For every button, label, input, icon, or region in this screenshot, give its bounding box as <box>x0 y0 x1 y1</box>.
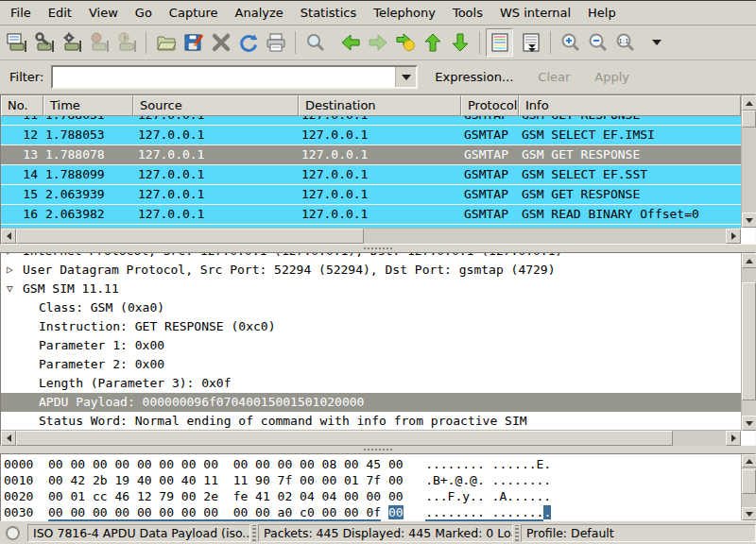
menu-statistics[interactable]: Statistics <box>292 2 365 24</box>
packet-row[interactable]: 14 1.788099 127.0.0.1 127.0.0.1 GSMTAP G… <box>1 165 741 185</box>
print-icon[interactable] <box>262 28 289 57</box>
detail-row-class[interactable]: Class: GSM (0xa0) <box>1 298 741 317</box>
expander-icon[interactable] <box>7 253 20 261</box>
save-file-icon[interactable] <box>180 28 207 57</box>
column-header-destination[interactable]: Destination <box>299 95 461 116</box>
toolbar-overflow-icon[interactable] <box>652 40 662 45</box>
packet-row[interactable]: 15 2.063939 127.0.0.1 127.0.0.1 GSMTAP G… <box>1 185 741 205</box>
packet-row[interactable]: 12 1.788053 127.0.0.1 127.0.0.1 GSMTAP G… <box>1 126 741 145</box>
scroll-down-button[interactable] <box>742 507 756 520</box>
expander-icon[interactable] <box>7 280 20 298</box>
cell-no: 12 <box>1 126 43 144</box>
scroll-up-button[interactable] <box>742 253 756 268</box>
menu-capture[interactable]: Capture <box>161 2 227 24</box>
zoom-out-icon[interactable] <box>584 28 611 57</box>
scroll-left-button[interactable] <box>1 229 16 244</box>
scrollbar-thumb[interactable] <box>16 431 673 446</box>
menu-edit[interactable]: Edit <box>40 2 80 24</box>
detail-row-length[interactable]: Length (Parameter 3): 0x0f <box>1 374 741 393</box>
scroll-up-button[interactable] <box>742 95 756 110</box>
pane-splitter[interactable] <box>0 446 756 453</box>
scroll-down-button[interactable] <box>742 212 756 228</box>
cell-source: 127.0.0.1 <box>133 165 299 184</box>
expander-icon[interactable] <box>7 261 20 280</box>
go-back-icon[interactable] <box>336 28 364 57</box>
arrow-up-icon <box>746 101 753 106</box>
menu-ws-internal[interactable]: WS internal <box>491 2 579 24</box>
colorize-icon[interactable] <box>486 28 513 57</box>
expression-button[interactable]: Expression... <box>427 66 521 88</box>
column-header-no[interactable]: No. <box>1 95 43 116</box>
go-bottom-icon[interactable] <box>446 28 473 57</box>
hex-ascii: ...F.y.. .A...... <box>425 489 551 503</box>
scrollbar-thumb[interactable] <box>742 469 756 494</box>
hex-row[interactable]: 0000 00 00 00 00 00 00 00 00 00 00 00 00… <box>4 457 755 473</box>
reload-icon[interactable] <box>234 28 262 57</box>
close-file-icon[interactable] <box>207 28 234 57</box>
packet-list-vscrollbar[interactable] <box>741 95 756 228</box>
detail-row-gsm-sim[interactable]: GSM SIM 11.11 <box>1 280 741 298</box>
status-resize-grip-icon[interactable] <box>252 525 256 541</box>
scrollbar-thumb[interactable] <box>742 282 756 400</box>
hex-row[interactable]: 0020 00 01 cc 46 12 79 00 2e fe 41 02 04… <box>4 489 755 505</box>
zoom-in-icon[interactable] <box>557 28 584 57</box>
status-resize-grip-icon[interactable] <box>515 525 519 541</box>
detail-row-clipped[interactable]: Internet Protocol, Src: 127.0.0.1 (127.0… <box>1 253 741 261</box>
packet-rows: 11 1.788031 127.0.0.1 127.0.0.1 GSMTAP G… <box>1 116 741 229</box>
packet-list-hscrollbar[interactable] <box>1 228 741 244</box>
scroll-right-button[interactable] <box>726 229 741 244</box>
go-to-packet-icon[interactable] <box>391 28 419 57</box>
scrollbar-thumb[interactable] <box>742 110 756 128</box>
column-header-source[interactable]: Source <box>133 95 299 116</box>
expert-info-icon[interactable] <box>6 526 20 540</box>
packet-row[interactable]: 16 2.063982 127.0.0.1 127.0.0.1 GSMTAP G… <box>1 205 741 225</box>
arrow-right-icon <box>731 434 736 442</box>
scroll-left-button[interactable] <box>1 431 16 446</box>
packet-row-clipped[interactable]: 11 1.788031 127.0.0.1 127.0.0.1 GSMTAP G… <box>1 116 741 126</box>
detail-row-status-word[interactable]: Status Word: Normal ending of command wi… <box>1 412 741 431</box>
detail-row-apdu-payload-selected[interactable]: APDU Payload: 000000096f0704001500150102… <box>1 393 741 412</box>
detail-row-instruction[interactable]: Instruction: GET RESPONSE (0xc0) <box>1 317 741 336</box>
status-profile[interactable]: Profile: Default <box>521 524 756 542</box>
menu-go[interactable]: Go <box>127 2 161 24</box>
menu-file[interactable]: File <box>2 2 40 24</box>
details-hscrollbar[interactable] <box>1 430 741 446</box>
zoom-100-icon[interactable]: 1:1 <box>611 28 639 57</box>
capture-stop-icon <box>85 28 112 57</box>
detail-row-parameter2[interactable]: Parameter 2: 0x00 <box>1 355 741 374</box>
hex-row[interactable]: 0010 00 42 2b 19 40 00 40 11 11 90 7f 00… <box>4 473 755 489</box>
detail-row-udp[interactable]: User Datagram Protocol, Src Port: 52294 … <box>1 261 741 280</box>
list-interfaces-icon[interactable] <box>3 28 30 57</box>
menu-telephony[interactable]: Telephony <box>365 2 444 24</box>
hex-bytes: 00 01 cc 46 12 79 00 2e fe 41 02 04 04 0… <box>48 489 404 503</box>
auto-scroll-icon[interactable] <box>517 28 544 57</box>
column-header-protocol[interactable]: Protocol <box>461 95 519 116</box>
details-vscrollbar[interactable] <box>741 253 756 431</box>
detail-row-parameter1[interactable]: Parameter 1: 0x00 <box>1 336 741 355</box>
go-top-icon[interactable] <box>419 28 446 57</box>
pane-splitter[interactable] <box>0 245 756 252</box>
column-header-info[interactable]: Info <box>519 95 741 116</box>
cell-source: 127.0.0.1 <box>133 205 299 224</box>
find-packet-icon[interactable] <box>301 28 329 57</box>
scrollbar-thumb[interactable] <box>16 229 364 244</box>
menu-view[interactable]: View <box>80 2 127 24</box>
open-file-icon[interactable] <box>152 28 180 57</box>
menu-tools[interactable]: Tools <box>444 2 491 24</box>
detail-text: Internet Protocol, Src: 127.0.0.1 (127.0… <box>23 253 562 261</box>
scroll-down-button[interactable] <box>742 416 756 431</box>
packet-row-selected[interactable]: 13 1.788078 127.0.0.1 127.0.0.1 GSMTAP G… <box>1 145 741 165</box>
capture-start-icon[interactable] <box>58 28 85 57</box>
cell-destination: 127.0.0.1 <box>299 116 461 125</box>
scroll-right-button[interactable] <box>726 431 741 446</box>
column-header-time[interactable]: Time <box>43 95 133 116</box>
menu-analyze[interactable]: Analyze <box>227 2 292 24</box>
bytes-vscrollbar[interactable] <box>741 454 756 520</box>
hex-row-with-selection[interactable]: 0030 00 00 00 00 00 00 00 00 00 00 a0 c0… <box>4 505 755 521</box>
scroll-up-button[interactable] <box>742 454 756 468</box>
capture-options-icon[interactable] <box>30 28 58 57</box>
menu-help[interactable]: Help <box>579 2 625 24</box>
filter-input[interactable] <box>53 67 395 87</box>
filter-dropdown-button[interactable] <box>395 67 416 87</box>
cell-protocol: GSMTAP <box>461 185 519 204</box>
